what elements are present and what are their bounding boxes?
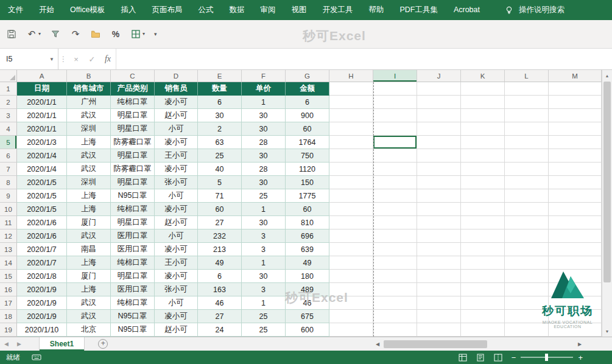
filter-icon[interactable] bbox=[50, 29, 61, 40]
insert-function-icon[interactable]: fx bbox=[100, 49, 116, 69]
cell-C11[interactable]: 明星口罩 bbox=[111, 216, 155, 229]
cell-A4[interactable]: 2020/1/1 bbox=[17, 122, 67, 136]
cell-E4[interactable]: 2 bbox=[198, 122, 242, 136]
cell-D2[interactable]: 凌小可 bbox=[155, 96, 198, 109]
cell-A2[interactable]: 2020/1/1 bbox=[17, 96, 67, 109]
cell-E5[interactable]: 63 bbox=[198, 136, 242, 149]
cell-K13[interactable] bbox=[461, 243, 505, 256]
cell-H15[interactable] bbox=[329, 270, 373, 283]
cell-E19[interactable]: 24 bbox=[198, 323, 242, 337]
column-header-E[interactable]: E bbox=[198, 70, 242, 82]
cell-G2[interactable]: 6 bbox=[286, 96, 329, 109]
cell-E2[interactable]: 6 bbox=[198, 96, 242, 109]
cell-L8[interactable] bbox=[505, 176, 549, 189]
cell-F4[interactable]: 30 bbox=[242, 122, 286, 136]
cell-K16[interactable] bbox=[461, 283, 505, 296]
cell-L7[interactable] bbox=[505, 163, 549, 176]
cell-J12[interactable] bbox=[417, 229, 461, 243]
cell-D3[interactable]: 赵小可 bbox=[155, 109, 198, 122]
cell-H6[interactable] bbox=[329, 149, 373, 163]
row-header-13[interactable]: 13 bbox=[0, 243, 17, 256]
cell-D19[interactable]: 赵小可 bbox=[155, 323, 198, 337]
vertical-scrollbar-thumb[interactable] bbox=[603, 82, 611, 282]
cell-M2[interactable] bbox=[549, 96, 602, 109]
horizontal-scrollbar-track[interactable] bbox=[382, 340, 575, 348]
row-header-16[interactable]: 16 bbox=[0, 283, 17, 296]
ribbon-tab-6[interactable]: 数据 bbox=[221, 0, 252, 20]
formula-bar-handle[interactable]: ⋮ bbox=[58, 49, 68, 69]
cell-M11[interactable] bbox=[549, 216, 602, 229]
ribbon-tab-4[interactable]: 页面布局 bbox=[144, 0, 190, 20]
cell-I8[interactable] bbox=[373, 176, 417, 189]
cell-A5[interactable]: 2020/1/3 bbox=[17, 136, 67, 149]
row-header-18[interactable]: 18 bbox=[0, 310, 17, 323]
cell-H8[interactable] bbox=[329, 176, 373, 189]
cell-F2[interactable]: 1 bbox=[242, 96, 286, 109]
cell-F13[interactable]: 3 bbox=[242, 243, 286, 256]
cell-E8[interactable]: 5 bbox=[198, 176, 242, 189]
row-header-12[interactable]: 12 bbox=[0, 229, 17, 243]
cell-I15[interactable] bbox=[373, 270, 417, 283]
cell-H4[interactable] bbox=[329, 122, 373, 136]
cell-J17[interactable] bbox=[417, 296, 461, 310]
cell-C8[interactable]: 明星口罩 bbox=[111, 176, 155, 189]
cell-I13[interactable] bbox=[373, 243, 417, 256]
column-header-J[interactable]: J bbox=[417, 70, 461, 82]
sheet-nav-right-icon[interactable]: ▶ bbox=[13, 341, 26, 347]
undo-dropdown-icon[interactable]: ▾ bbox=[38, 29, 41, 40]
cell-M5[interactable] bbox=[549, 136, 602, 149]
cell-C4[interactable]: 明星口罩 bbox=[111, 122, 155, 136]
cell-E12[interactable]: 232 bbox=[198, 229, 242, 243]
cell-C16[interactable]: 医用口罩 bbox=[111, 283, 155, 296]
borders-dropdown-icon[interactable]: ▾ bbox=[142, 29, 145, 40]
cell-A6[interactable]: 2020/1/4 bbox=[17, 149, 67, 163]
cell-G4[interactable]: 60 bbox=[286, 122, 329, 136]
column-header-H[interactable]: H bbox=[329, 70, 373, 82]
cell-B11[interactable]: 厦门 bbox=[67, 216, 111, 229]
row-header-15[interactable]: 15 bbox=[0, 270, 17, 283]
cell-A15[interactable]: 2020/1/8 bbox=[17, 270, 67, 283]
cell-F16[interactable]: 3 bbox=[242, 283, 286, 296]
cell-B8[interactable]: 深圳 bbox=[67, 176, 111, 189]
cell-L18[interactable] bbox=[505, 310, 549, 323]
cell-E11[interactable]: 27 bbox=[198, 216, 242, 229]
cell-B14[interactable]: 上海 bbox=[67, 256, 111, 270]
cell-L3[interactable] bbox=[505, 109, 549, 122]
scroll-left-icon[interactable]: ◀ bbox=[373, 341, 382, 347]
column-header-B[interactable]: B bbox=[67, 70, 111, 82]
cell-J2[interactable] bbox=[417, 96, 461, 109]
row-header-6[interactable]: 6 bbox=[0, 149, 17, 163]
cell-D1[interactable]: 销售员 bbox=[155, 82, 198, 96]
cell-C12[interactable]: 医用口罩 bbox=[111, 229, 155, 243]
cell-J1[interactable] bbox=[417, 82, 461, 96]
cell-M4[interactable] bbox=[549, 122, 602, 136]
cell-D5[interactable]: 凌小可 bbox=[155, 136, 198, 149]
cell-L13[interactable] bbox=[505, 243, 549, 256]
cell-E15[interactable]: 6 bbox=[198, 270, 242, 283]
cell-C15[interactable]: 明星口罩 bbox=[111, 270, 155, 283]
scroll-right-icon[interactable]: ▶ bbox=[575, 341, 585, 347]
row-header-17[interactable]: 17 bbox=[0, 296, 17, 310]
keyboard-icon[interactable] bbox=[31, 352, 42, 363]
cell-C9[interactable]: N95口罩 bbox=[111, 189, 155, 203]
cell-M19[interactable] bbox=[549, 323, 602, 337]
ribbon-tab-7[interactable]: 审阅 bbox=[252, 0, 283, 20]
sheet-nav-left-icon[interactable]: ◀ bbox=[0, 341, 13, 347]
cell-I2[interactable] bbox=[373, 96, 417, 109]
cell-M13[interactable] bbox=[549, 243, 602, 256]
zoom-out-icon[interactable]: − bbox=[512, 354, 516, 362]
horizontal-scrollbar-thumb[interactable] bbox=[384, 340, 487, 348]
cell-B16[interactable]: 上海 bbox=[67, 283, 111, 296]
cell-G15[interactable]: 180 bbox=[286, 270, 329, 283]
ribbon-tab-5[interactable]: 公式 bbox=[190, 0, 221, 20]
cell-G18[interactable]: 675 bbox=[286, 310, 329, 323]
cell-D9[interactable]: 小可 bbox=[155, 189, 198, 203]
cell-F12[interactable]: 3 bbox=[242, 229, 286, 243]
cell-G13[interactable]: 639 bbox=[286, 243, 329, 256]
zoom-slider-thumb[interactable] bbox=[545, 354, 548, 361]
row-header-11[interactable]: 11 bbox=[0, 216, 17, 229]
cell-C5[interactable]: 防雾霾口罩 bbox=[111, 136, 155, 149]
borders-button[interactable]: ▾ bbox=[130, 29, 145, 40]
cell-I9[interactable] bbox=[373, 189, 417, 203]
ribbon-tab-3[interactable]: 插入 bbox=[113, 0, 144, 20]
